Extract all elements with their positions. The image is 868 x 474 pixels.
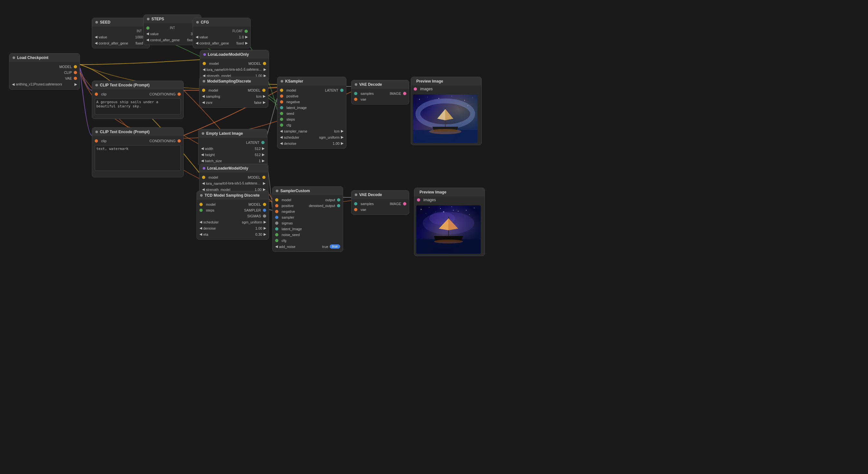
- cfg-value-arrow-left[interactable]: ◀: [195, 35, 198, 39]
- lora2-model-out-port[interactable]: [262, 176, 266, 179]
- ks-cfg-port[interactable]: [280, 123, 283, 127]
- tcd-model-out-port[interactable]: [263, 203, 266, 206]
- el-width-value: 512: [213, 147, 261, 151]
- lora2-name-arrow-left[interactable]: ◀: [202, 181, 205, 185]
- ms-model-in-port[interactable]: [202, 89, 205, 92]
- sc-add-noise-arrow-left[interactable]: ◀: [275, 244, 278, 248]
- vd2-image-port[interactable]: [403, 202, 406, 205]
- preview-2-images-port[interactable]: [417, 198, 420, 202]
- svg-point-18: [466, 210, 467, 211]
- lora1-name-arrow-left[interactable]: ◀: [203, 67, 205, 71]
- ks-model-in-port[interactable]: [280, 89, 283, 92]
- checkpoint-vae-port[interactable]: [74, 77, 77, 80]
- lora1-model-out-port[interactable]: [263, 62, 266, 65]
- vd2-samples-in-port[interactable]: [354, 202, 357, 205]
- el-height-arrow-left[interactable]: ◀: [201, 152, 204, 157]
- clip1-clip-in-port[interactable]: [95, 93, 98, 96]
- tcd-eta-arrow-right[interactable]: ▶: [264, 232, 266, 236]
- steps-control-arrow-left[interactable]: ◀: [146, 38, 149, 42]
- lora1-name-arrow-right[interactable]: ▶: [264, 67, 266, 71]
- el-batch-arrow-right[interactable]: ▶: [262, 159, 265, 163]
- checkpoint-clip-row: CLIP: [9, 70, 80, 76]
- checkpoint-clip-port[interactable]: [74, 71, 77, 74]
- lora2-model-in-port[interactable]: [202, 176, 205, 179]
- lora1-model-out-label: MODEL: [248, 62, 261, 65]
- tcd-sampling-title: TCD Model Sampling Discrete: [197, 191, 269, 200]
- el-width-row: ◀ width 512 ▶: [198, 145, 267, 152]
- el-batch-arrow-left[interactable]: ◀: [201, 159, 204, 163]
- vae-decode-1-dot: [355, 83, 357, 86]
- sc-output-port[interactable]: [337, 198, 340, 202]
- preview-1-label: Preview Image: [416, 79, 443, 84]
- sc-denoised-port[interactable]: [337, 204, 340, 207]
- seed-value-arrow-left[interactable]: ◀: [95, 35, 97, 39]
- sc-cfg-port[interactable]: [275, 239, 278, 242]
- cfg-control-arrow-right[interactable]: ▶: [245, 41, 248, 45]
- vd2-vae-port[interactable]: [354, 208, 357, 211]
- ks-negative-port[interactable]: [280, 100, 283, 103]
- cfg-float-port[interactable]: [245, 30, 248, 33]
- tcd-eta-arrow-left[interactable]: ◀: [199, 232, 202, 236]
- preview-1-node: Preview Image images: [411, 77, 482, 145]
- tcd-denoise-arrow-right[interactable]: ▶: [264, 226, 266, 230]
- ks-sampler-arrow-left[interactable]: ◀: [280, 129, 283, 133]
- ks-denoise-arrow-right[interactable]: ▶: [341, 141, 343, 145]
- sc-noise-seed-port[interactable]: [275, 233, 278, 236]
- tcd-scheduler-arrow-right[interactable]: ▶: [264, 220, 266, 224]
- ks-latent-in-port[interactable]: [280, 106, 283, 109]
- load-checkpoint-label: Load Checkpoint: [17, 56, 48, 60]
- vd1-image-port[interactable]: [403, 92, 406, 95]
- seed-control-arrow-left[interactable]: ◀: [95, 41, 97, 45]
- ckpt-arrow-left[interactable]: ◀: [12, 82, 14, 86]
- sc-sampler-port[interactable]: [275, 216, 278, 219]
- ms-sampling-arrow-left[interactable]: ◀: [202, 94, 205, 98]
- tcd-denoise-arrow-left[interactable]: ◀: [199, 226, 202, 230]
- tcd-model-out-label: MODEL: [248, 203, 261, 206]
- el-latent-port[interactable]: [261, 141, 265, 144]
- ms-zsnr-arrow-left[interactable]: ◀: [202, 100, 205, 105]
- lora2-name-arrow-right[interactable]: ▶: [263, 181, 266, 185]
- sc-noise-seed-row: noise_seed: [273, 232, 343, 238]
- sc-add-noise-toggle[interactable]: true: [330, 244, 340, 248]
- ckpt-arrow-right[interactable]: ▶: [74, 82, 77, 86]
- sc-negative-port[interactable]: [275, 210, 278, 213]
- ks-scheduler-arrow-right[interactable]: ▶: [341, 135, 343, 139]
- tcd-model-in-port[interactable]: [199, 203, 203, 206]
- tcd-scheduler-arrow-left[interactable]: ◀: [199, 220, 202, 224]
- cfg-control-arrow-left[interactable]: ◀: [195, 41, 198, 45]
- ks-denoise-arrow-left[interactable]: ◀: [280, 141, 283, 145]
- el-height-arrow-right[interactable]: ▶: [262, 152, 265, 157]
- ks-sampler-arrow-right[interactable]: ▶: [341, 129, 343, 133]
- ks-latent-out-port[interactable]: [340, 89, 343, 92]
- el-width-arrow-right[interactable]: ▶: [262, 146, 265, 151]
- sc-sigmas-port[interactable]: [275, 221, 278, 225]
- vd1-vae-port[interactable]: [354, 98, 357, 101]
- sc-latent-port[interactable]: [275, 227, 278, 231]
- ms-sampling-arrow-right[interactable]: ▶: [263, 94, 266, 98]
- clip2-conditioning-port[interactable]: [178, 139, 181, 143]
- ks-seed-port[interactable]: [280, 112, 283, 115]
- ks-scheduler-arrow-left[interactable]: ◀: [280, 135, 283, 139]
- tcd-sampler-port[interactable]: [263, 209, 266, 212]
- ms-model-out-port[interactable]: [262, 89, 266, 92]
- cfg-value-arrow-right[interactable]: ▶: [245, 35, 248, 39]
- clip2-prompt-textarea[interactable]: text, watermark: [95, 145, 181, 171]
- el-width-arrow-left[interactable]: ◀: [201, 146, 204, 151]
- sc-model-in-port[interactable]: [275, 198, 278, 202]
- steps-value-arrow-left[interactable]: ◀: [146, 32, 149, 36]
- ks-positive-port[interactable]: [280, 94, 283, 98]
- tcd-steps-in-port[interactable]: [199, 209, 203, 212]
- steps-int-port-left[interactable]: [146, 26, 150, 30]
- lora1-model-in-port[interactable]: [203, 62, 206, 65]
- checkpoint-model-port[interactable]: [74, 65, 77, 68]
- vd1-samples-in-port[interactable]: [354, 92, 357, 95]
- sc-positive-port[interactable]: [275, 204, 278, 207]
- preview-1-images-port[interactable]: [414, 87, 417, 91]
- clip1-prompt-textarea[interactable]: A gorgeous ship sails under a beautiful …: [95, 98, 181, 115]
- ms-zsnr-arrow-right[interactable]: ▶: [263, 100, 266, 105]
- clip1-conditioning-port[interactable]: [178, 93, 181, 96]
- vae-decode-1-title: VAE Decode: [351, 80, 409, 89]
- ks-steps-port[interactable]: [280, 118, 283, 121]
- tcd-sigmas-port[interactable]: [263, 214, 266, 218]
- clip2-clip-in-port[interactable]: [95, 139, 98, 143]
